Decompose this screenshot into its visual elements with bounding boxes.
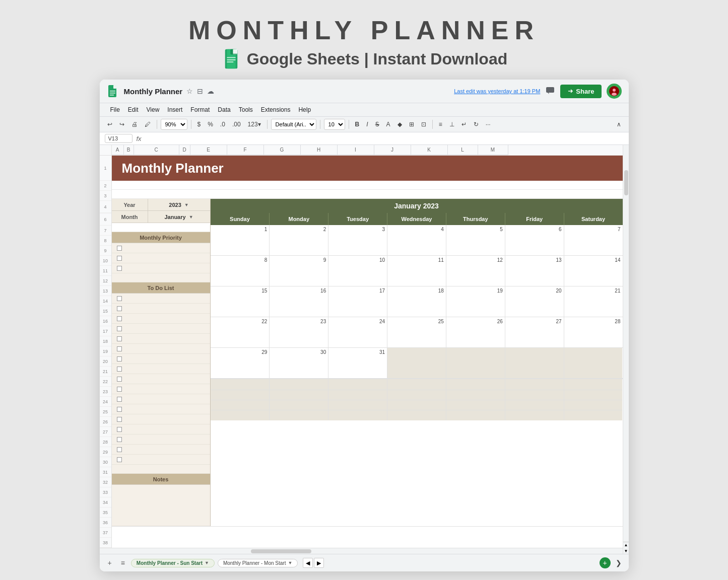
- day-13[interactable]: 13: [505, 256, 564, 286]
- menu-view[interactable]: View: [143, 105, 163, 115]
- day-20[interactable]: 20: [505, 286, 564, 317]
- todo-checkbox-3[interactable]: [117, 316, 122, 321]
- menu-data[interactable]: Data: [214, 105, 234, 115]
- day-10[interactable]: 10: [328, 256, 387, 286]
- day-21[interactable]: 21: [564, 286, 623, 317]
- share-button[interactable]: Share: [560, 85, 601, 98]
- decimal-inc-button[interactable]: .00: [230, 119, 243, 129]
- cell-reference[interactable]: V13: [105, 134, 133, 143]
- more-formats-button[interactable]: 123▾: [245, 119, 263, 129]
- fill-color-button[interactable]: ◆: [395, 119, 405, 129]
- menu-file[interactable]: File: [107, 105, 123, 115]
- todo-checkbox-11[interactable]: [117, 397, 122, 402]
- sheet-prev-arrow[interactable]: ◀: [303, 558, 313, 568]
- add-sheet-button[interactable]: +: [105, 558, 115, 568]
- day-1[interactable]: 1: [211, 225, 270, 255]
- todo-checkbox-7[interactable]: [117, 356, 122, 361]
- todo-checkbox-6[interactable]: [117, 346, 122, 351]
- day-12[interactable]: 12: [446, 256, 505, 286]
- day-15[interactable]: 15: [211, 286, 270, 317]
- day-19[interactable]: 19: [446, 286, 505, 317]
- day-8[interactable]: 8: [211, 256, 270, 286]
- day-29[interactable]: 29: [211, 348, 270, 378]
- menu-format[interactable]: Format: [187, 105, 213, 115]
- strikethrough-button[interactable]: S̶: [373, 119, 382, 129]
- borders-button[interactable]: ⊞: [407, 119, 417, 129]
- day-2[interactable]: 2: [269, 225, 328, 255]
- formula-input[interactable]: [146, 135, 624, 142]
- all-sheets-button[interactable]: ≡: [118, 558, 128, 568]
- year-value-cell[interactable]: 2023 ▼: [148, 202, 210, 208]
- day-26[interactable]: 26: [446, 317, 505, 347]
- todo-checkbox-12[interactable]: [117, 407, 122, 412]
- align-button[interactable]: ≡: [436, 119, 445, 129]
- day-22[interactable]: 22: [211, 317, 270, 347]
- cloud-icon[interactable]: ☁: [207, 87, 214, 95]
- bold-button[interactable]: B: [353, 119, 362, 129]
- day-5[interactable]: 5: [446, 225, 505, 255]
- h-scrollbar[interactable]: [100, 548, 623, 554]
- collapse-button[interactable]: ∧: [614, 119, 624, 129]
- day-25[interactable]: 25: [387, 317, 446, 347]
- day-4[interactable]: 4: [387, 225, 446, 255]
- user-avatar[interactable]: [607, 84, 622, 99]
- menu-extensions[interactable]: Extensions: [257, 105, 294, 115]
- todo-checkbox-4[interactable]: [117, 326, 122, 331]
- font-size-select[interactable]: 10: [324, 119, 345, 130]
- scroll-up-arrow[interactable]: ▲: [623, 542, 629, 548]
- checkbox-3[interactable]: [117, 266, 122, 271]
- sheet-next-arrow[interactable]: ▶: [314, 558, 324, 568]
- day-14[interactable]: 14: [564, 256, 623, 286]
- currency-button[interactable]: $: [195, 119, 204, 129]
- explore-button[interactable]: +: [600, 557, 611, 568]
- todo-checkbox-16[interactable]: [117, 447, 122, 452]
- valign-button[interactable]: ⊥: [447, 119, 457, 129]
- redo-button[interactable]: ↪: [117, 119, 127, 129]
- todo-checkbox-10[interactable]: [117, 387, 122, 392]
- font-select[interactable]: Default (Ari...: [271, 119, 316, 130]
- chat-button[interactable]: [545, 86, 555, 97]
- save-icon[interactable]: ⊟: [197, 87, 203, 95]
- day-9[interactable]: 9: [269, 256, 328, 286]
- day-6[interactable]: 6: [505, 225, 564, 255]
- day-7[interactable]: 7: [564, 225, 623, 255]
- todo-checkbox-13[interactable]: [117, 417, 122, 422]
- undo-button[interactable]: ↩: [105, 119, 115, 129]
- text-color-button[interactable]: A: [384, 119, 393, 129]
- day-11[interactable]: 11: [387, 256, 446, 286]
- v-scrollbar-thumb[interactable]: [624, 170, 628, 195]
- checkbox-1[interactable]: [117, 246, 122, 251]
- day-30[interactable]: 30: [269, 348, 328, 378]
- checkbox-2[interactable]: [117, 256, 122, 261]
- day-23[interactable]: 23: [269, 317, 328, 347]
- merge-button[interactable]: ⊡: [419, 119, 429, 129]
- more-button[interactable]: ···: [483, 119, 493, 129]
- rotate-button[interactable]: ↻: [471, 119, 481, 129]
- menu-insert[interactable]: Insert: [164, 105, 186, 115]
- star-icon[interactable]: ☆: [186, 87, 193, 95]
- todo-checkbox-14[interactable]: [117, 427, 122, 432]
- day-3[interactable]: 3: [328, 225, 387, 255]
- todo-checkbox-15[interactable]: [117, 437, 122, 442]
- h-scrollbar-thumb[interactable]: [251, 549, 311, 553]
- todo-checkbox-9[interactable]: [117, 377, 122, 382]
- day-28[interactable]: 28: [564, 317, 623, 347]
- day-18[interactable]: 18: [387, 286, 446, 317]
- todo-checkbox-5[interactable]: [117, 336, 122, 341]
- todo-checkbox-17[interactable]: [117, 457, 122, 462]
- sheet-tab-mon-arrow[interactable]: ▼: [288, 560, 292, 565]
- day-24[interactable]: 24: [328, 317, 387, 347]
- print-button[interactable]: 🖨: [129, 119, 140, 129]
- year-dropdown-arrow[interactable]: ▼: [184, 202, 189, 207]
- day-27[interactable]: 27: [505, 317, 564, 347]
- zoom-select[interactable]: 90%: [161, 119, 187, 130]
- percent-button[interactable]: %: [205, 119, 216, 129]
- todo-checkbox-1[interactable]: [117, 296, 122, 301]
- menu-edit[interactable]: Edit: [124, 105, 142, 115]
- todo-checkbox-2[interactable]: [117, 306, 122, 311]
- todo-checkbox-8[interactable]: [117, 367, 122, 372]
- menu-tools[interactable]: Tools: [235, 105, 256, 115]
- italic-button[interactable]: I: [364, 119, 370, 129]
- day-31[interactable]: 31: [328, 348, 387, 378]
- sheet-tab-mon[interactable]: Monthly Planner - Mon Start ▼: [218, 559, 298, 567]
